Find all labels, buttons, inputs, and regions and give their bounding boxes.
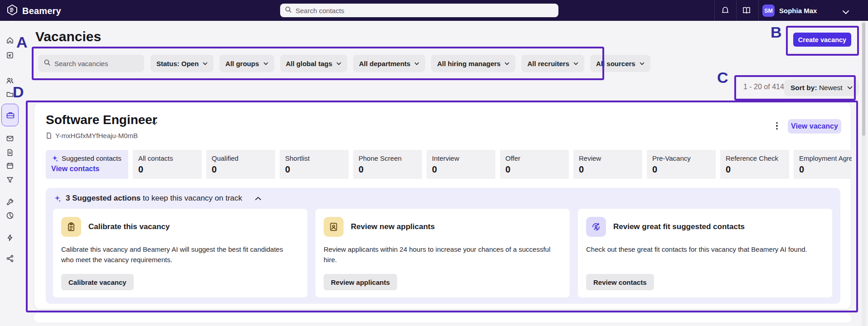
sort-by-dropdown[interactable]: Sort by: Newest [784, 80, 859, 96]
stage-label: Suggested contacts [62, 154, 121, 162]
stage-pre-vacancy[interactable]: Pre-Vacancy0 [647, 150, 716, 179]
vacancies-briefcase-icon [6, 111, 15, 120]
filter-status[interactable]: Status: Open [150, 55, 213, 72]
calendar-icon[interactable] [6, 162, 14, 170]
filter-hiring-managers[interactable]: All hiring managers [431, 55, 515, 72]
vacancy-title-chevron-down-icon[interactable] [151, 119, 158, 127]
result-range: 1 - 20 of 414 [743, 83, 784, 91]
chevron-down-icon [504, 62, 509, 65]
vacancy-id: Y-mxHGfxMYfHeaju-M0mB [55, 132, 138, 139]
stage-qualified[interactable]: Qualified0 [206, 150, 275, 179]
filter-global-tags[interactable]: All global tags [280, 55, 348, 72]
stage-offer[interactable]: Offer0 [500, 150, 569, 179]
chevron-down-icon [573, 62, 578, 65]
action-card-review-suggested: Review great fit suggested contacts Chec… [578, 209, 832, 297]
chevron-down-icon [414, 62, 419, 65]
email-icon[interactable] [6, 134, 14, 143]
stage-all-contacts[interactable]: All contacts0 [133, 150, 202, 179]
chevron-down-icon [336, 62, 341, 65]
chevron-down-icon [203, 62, 208, 65]
stage-employment-agreement[interactable]: Employment Agree0 [794, 150, 852, 179]
topbar-divider [736, 0, 737, 21]
suggested-actions-panel: 3 Suggested actions to keep this vacancy… [46, 188, 840, 304]
action-card-title: Review new applicants [351, 222, 435, 231]
filter-recruiters[interactable]: All recruiters [521, 55, 584, 72]
annotation-letter-d: D [13, 83, 24, 101]
action-card-title: Calibrate this vacancy [88, 222, 170, 231]
chevron-down-icon [640, 62, 645, 65]
next-vacancy-card-peek[interactable] [34, 313, 851, 322]
reports-pie-icon[interactable] [6, 211, 14, 220]
document-icon [46, 132, 52, 139]
beamery-logo-text: Beamery [22, 6, 61, 16]
action-card-body: Check out these great fit contacts for t… [586, 244, 815, 254]
calibrate-vacancy-button[interactable]: Calibrate vacancy [61, 274, 134, 290]
view-contacts-link[interactable]: View contacts [51, 165, 123, 173]
scrollbar-thumb[interactable] [862, 23, 865, 136]
create-vacancy-button[interactable]: Create vacancy [793, 33, 851, 47]
chevron-down-icon [263, 62, 268, 65]
search-icon [285, 6, 292, 15]
calibrate-clipboard-icon [61, 217, 81, 237]
user-menu-chevron-down-icon[interactable] [842, 8, 851, 17]
topbar-divider [714, 0, 715, 21]
review-applicants-button[interactable]: Review applicants [324, 274, 397, 290]
filter-groups[interactable]: All groups [219, 55, 274, 72]
suggested-actions-header[interactable]: 3 Suggested actions to keep this vacancy… [46, 188, 840, 209]
filter-sourcers[interactable]: All sourcers [590, 55, 650, 72]
filters-funnel-icon[interactable] [6, 176, 14, 184]
global-search-input[interactable] [296, 7, 554, 14]
notifications-bell-icon[interactable] [721, 6, 730, 15]
stage-phone-screen[interactable]: Phone Screen0 [353, 150, 422, 179]
vacancies-active-item[interactable] [1, 104, 19, 126]
user-avatar[interactable]: SM [762, 5, 775, 17]
user-name[interactable]: Sophia Max [779, 7, 817, 14]
folders-icon[interactable] [6, 90, 14, 98]
action-card-title: Review great fit suggested contacts [613, 222, 745, 231]
action-card-body: Review applicants within 24 hours to inc… [324, 244, 553, 265]
annotation-letter-a: A [16, 34, 28, 51]
vacancy-card: Software Engineer Y-mxHGfxMYfHeaju-M0mB … [34, 102, 851, 309]
filter-departments[interactable]: All departments [353, 55, 425, 72]
vacancy-search-input[interactable] [54, 60, 139, 67]
beamery-logo[interactable]: Beamery [6, 4, 61, 18]
stage-reference-check[interactable]: Reference Check0 [720, 150, 789, 179]
pinned-items-icon[interactable] [6, 51, 14, 59]
annotation-letter-c: C [717, 69, 728, 86]
contact-sparkle-icon [586, 217, 606, 237]
beamery-logo-icon [6, 4, 18, 18]
global-search[interactable] [280, 4, 558, 17]
stage-suggested-contacts: Suggested contacts View contacts [46, 150, 128, 179]
collapse-chevron-up-icon[interactable] [255, 194, 262, 202]
action-card-review-applicants: Review new applicants Review applicants … [315, 209, 570, 297]
pipeline-stages: Suggested contacts View contacts All con… [46, 150, 852, 179]
view-vacancy-button[interactable]: View vacancy [788, 119, 841, 134]
stage-shortlist[interactable]: Shortlist0 [280, 150, 349, 179]
stage-review[interactable]: Review0 [573, 150, 642, 179]
vacancy-search[interactable] [38, 55, 144, 72]
sparkle-icon [53, 195, 61, 202]
stage-interview[interactable]: Interview0 [427, 150, 495, 179]
review-contacts-button[interactable]: Review contacts [586, 274, 654, 290]
pages-icon[interactable] [6, 149, 14, 157]
topbar-divider [758, 0, 759, 21]
vacancy-id-row: Y-mxHGfxMYfHeaju-M0mB [46, 132, 138, 139]
action-card-body: Calibrate this vacancy and Beamery AI wi… [61, 244, 290, 265]
integrations-share-icon[interactable] [6, 254, 14, 263]
sparkle-icon [51, 155, 58, 162]
vacancy-kebab-menu[interactable] [772, 120, 781, 132]
chevron-down-icon [847, 86, 853, 90]
action-card-calibrate: Calibrate this vacancy Calibrate this va… [53, 209, 307, 297]
page-title: Vacancies [35, 29, 101, 44]
vacancy-title[interactable]: Software Engineer [46, 113, 157, 127]
contacts-icon[interactable] [6, 77, 14, 85]
tools-wrench-icon[interactable] [6, 198, 14, 206]
applicant-badge-icon [324, 217, 344, 237]
filter-chips: Status: Open All groups All global tags … [150, 55, 650, 72]
top-bar: Beamery SM Sophia Max [0, 0, 868, 21]
home-icon[interactable] [6, 36, 14, 44]
automations-zap-icon[interactable] [6, 234, 14, 242]
suggested-action-cards: Calibrate this vacancy Calibrate this va… [53, 209, 832, 297]
knowledge-book-icon[interactable] [742, 6, 751, 15]
annotation-letter-b: B [771, 24, 782, 41]
